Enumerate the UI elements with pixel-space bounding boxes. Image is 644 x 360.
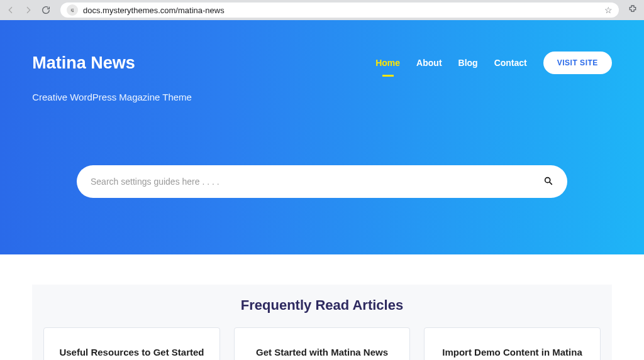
- primary-nav: Home About Blog Contact VISIT SITE: [375, 52, 612, 74]
- browser-chrome: docs.mysterythemes.com/matina-news ☆: [0, 0, 644, 20]
- reload-icon[interactable]: [40, 4, 52, 16]
- svg-line-1: [550, 182, 552, 184]
- nav-home[interactable]: Home: [375, 58, 400, 68]
- bookmark-star-icon[interactable]: ☆: [604, 5, 613, 15]
- visit-site-button[interactable]: VISIT SITE: [543, 52, 612, 74]
- article-cards: Useful Resources to Get Started Get Star…: [32, 327, 612, 360]
- address-bar[interactable]: docs.mysterythemes.com/matina-news ☆: [60, 3, 619, 18]
- search-icon[interactable]: [543, 176, 553, 188]
- article-card[interactable]: Get Started with Matina News: [234, 327, 411, 360]
- search-box[interactable]: [77, 165, 567, 198]
- hero-section: Matina News Home About Blog Contact VISI…: [0, 20, 644, 254]
- article-title: Useful Resources to Get Started: [55, 346, 208, 359]
- site-tagline: Creative WordPress Magazine Theme: [32, 92, 612, 102]
- site-title: Matina News: [32, 53, 135, 73]
- nav-blog[interactable]: Blog: [458, 58, 478, 68]
- brand-block: Matina News: [32, 53, 135, 73]
- forward-icon[interactable]: [23, 4, 34, 16]
- article-card[interactable]: Import Demo Content in Matina News: [424, 327, 601, 360]
- back-icon[interactable]: [5, 4, 16, 16]
- url-text: docs.mysterythemes.com/matina-news: [83, 6, 599, 15]
- search-input[interactable]: [91, 177, 543, 187]
- extensions-icon[interactable]: [628, 4, 639, 16]
- section-title: Frequently Read Articles: [32, 297, 612, 314]
- nav-contact[interactable]: Contact: [494, 58, 527, 68]
- site-info-icon[interactable]: [67, 4, 78, 16]
- article-title: Import Demo Content in Matina News: [436, 346, 589, 360]
- content-section: Frequently Read Articles Useful Resource…: [0, 254, 644, 360]
- article-title: Get Started with Matina News: [246, 346, 399, 359]
- nav-about[interactable]: About: [416, 58, 441, 68]
- article-card[interactable]: Useful Resources to Get Started: [43, 327, 220, 360]
- header-bar: Matina News Home About Blog Contact VISI…: [32, 52, 612, 74]
